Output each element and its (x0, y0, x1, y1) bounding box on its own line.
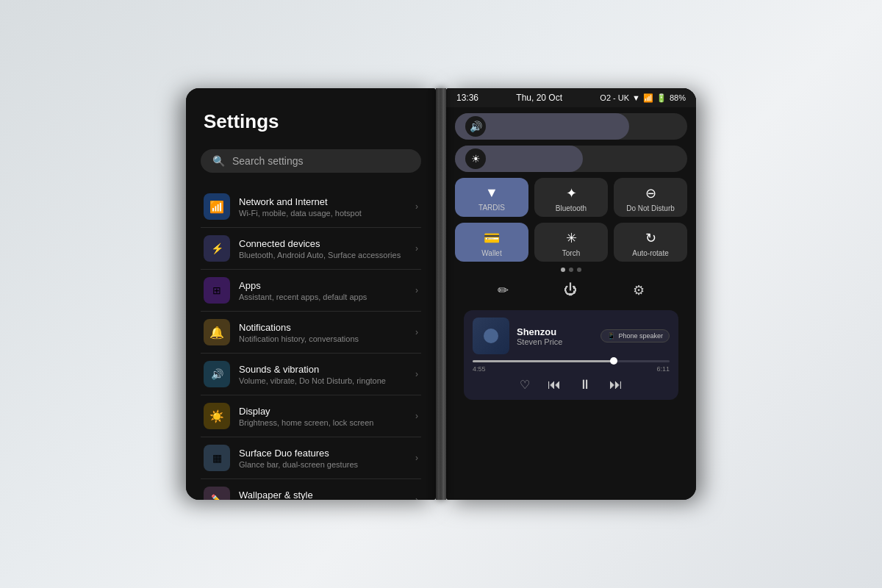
chevron-right-icon: › (415, 285, 418, 295)
sounds-subtitle: Volume, vibrate, Do Not Disturb, rington… (239, 376, 415, 385)
torch-tile[interactable]: ✳ Torch (534, 223, 608, 262)
sounds-title: Sounds & vibration (239, 364, 415, 375)
volume-icon: 🔊 (465, 116, 486, 137)
settings-title: Settings (201, 110, 421, 133)
settings-item-notifications[interactable]: 🔔 Notifications Notification history, co… (201, 312, 421, 354)
speaker-badge[interactable]: 📱 Phone speaker (600, 329, 670, 343)
search-bar[interactable]: 🔍 Search settings (201, 149, 421, 173)
search-input[interactable]: Search settings (232, 155, 304, 167)
apps-subtitle: Assistant, recent apps, default apps (239, 293, 415, 301)
wallet-tile-icon: 💳 (484, 230, 500, 246)
left-screen: Settings 🔍 Search settings 📶 Network and… (186, 88, 436, 500)
surface-title: Surface Duo features (239, 448, 415, 459)
wifi-tile[interactable]: ▼ TARDIS (455, 178, 528, 217)
dot-2 (569, 268, 573, 272)
device-hinge (436, 88, 446, 500)
surface-subtitle: Glance bar, dual-screen gestures (239, 460, 415, 469)
speaker-icon: 📱 (607, 332, 615, 340)
status-bar: 13:36 Thu, 20 Oct O2 - UK ▼ 📶 🔋 88% (446, 88, 696, 107)
notifications-content: Notifications Notification history, conv… (239, 322, 415, 343)
status-time: 13:36 (456, 93, 478, 103)
progress-times: 4:55 6:11 (473, 365, 670, 373)
current-time: 4:55 (473, 365, 486, 373)
tiles-row-1: ▼ TARDIS ✦ Bluetooth ⊖ Do Not Disturb (455, 178, 687, 217)
music-controls: ♡ ⏮ ⏸ ⏭ (473, 377, 670, 392)
surface-content: Surface Duo features Glance bar, dual-sc… (239, 448, 415, 469)
wallpaper-icon: ✏️ (204, 487, 230, 500)
music-artist: Steven Price (517, 337, 593, 346)
volume-slider[interactable]: 🔊 (455, 113, 687, 140)
chevron-right-icon: › (415, 201, 418, 212)
dnd-tile[interactable]: ⊖ Do Not Disturb (614, 178, 687, 217)
settings-item-apps[interactable]: ⊞ Apps Assistant, recent apps, default a… (201, 270, 421, 312)
bluetooth-tile[interactable]: ✦ Bluetooth (534, 178, 608, 217)
wifi-tile-icon: ▼ (485, 185, 498, 201)
progress-fill (473, 360, 614, 362)
chevron-right-icon: › (415, 411, 418, 421)
settings-item-sounds[interactable]: 🔊 Sounds & vibration Volume, vibrate, Do… (201, 354, 421, 395)
power-icon[interactable]: ⏻ (564, 282, 577, 298)
dnd-tile-icon: ⊖ (645, 185, 656, 201)
music-header: Shenzou Steven Price 📱 Phone speaker (473, 318, 670, 354)
previous-button[interactable]: ⏮ (548, 377, 561, 392)
dual-screen-device: Settings 🔍 Search settings 📶 Network and… (186, 88, 696, 500)
display-icon: ☀️ (204, 403, 230, 429)
connected-icon: ⚡ (204, 235, 230, 262)
edit-icon[interactable]: ✏ (498, 282, 509, 298)
chevron-right-icon: › (415, 369, 418, 379)
brightness-icon: ☀ (465, 148, 486, 169)
sounds-icon: 🔊 (204, 361, 230, 387)
display-subtitle: Brightness, home screen, lock screen (239, 418, 415, 427)
right-screen: 13:36 Thu, 20 Oct O2 - UK ▼ 📶 🔋 88% 🔊 (446, 88, 696, 500)
surface-icon: ▦ (204, 445, 230, 471)
bluetooth-tile-label: Bluetooth (556, 204, 587, 212)
carrier-label: O2 - UK (600, 93, 629, 102)
apps-icon: ⊞ (204, 277, 230, 304)
settings-item-wallpaper[interactable]: ✏️ Wallpaper & style Surface wallpapers,… (201, 479, 421, 500)
speaker-label: Phone speaker (618, 332, 663, 340)
battery-percent: 88% (670, 93, 686, 102)
battery-icon: 🔋 (656, 93, 667, 103)
page-dots (455, 268, 687, 272)
music-title: Shenzou (517, 326, 593, 337)
display-content: Display Brightness, home screen, lock sc… (239, 406, 415, 427)
settings-item-display[interactable]: ☀️ Display Brightness, home screen, lock… (201, 395, 421, 437)
music-player: Shenzou Steven Price 📱 Phone speaker (464, 310, 678, 400)
play-pause-button[interactable]: ⏸ (578, 377, 592, 392)
apps-title: Apps (239, 280, 415, 291)
dot-1 (561, 268, 565, 272)
music-info: Shenzou Steven Price (517, 326, 593, 346)
wifi-icon: 📶 (643, 93, 653, 103)
network-icon: 📶 (204, 193, 230, 220)
display-title: Display (239, 406, 415, 417)
notifications-icon: 🔔 (204, 319, 230, 345)
search-icon: 🔍 (212, 155, 225, 167)
autorotate-tile[interactable]: ↻ Auto-rotate (614, 223, 687, 262)
next-button[interactable]: ⏭ (609, 377, 623, 392)
settings-item-network[interactable]: 📶 Network and Internet Wi-Fi, mobile, da… (201, 186, 421, 228)
status-indicators: O2 - UK ▼ 📶 🔋 88% (600, 93, 686, 103)
settings-item-surface[interactable]: ▦ Surface Duo features Glance bar, dual-… (201, 437, 421, 479)
dot-3 (577, 268, 581, 272)
total-time: 6:11 (656, 365, 670, 373)
torch-tile-icon: ✳ (566, 230, 577, 246)
settings-list: 📶 Network and Internet Wi-Fi, mobile, da… (201, 186, 421, 500)
connected-subtitle: Bluetooth, Android Auto, Surface accesso… (239, 251, 415, 259)
album-art (473, 318, 509, 354)
brightness-slider[interactable]: ☀ (455, 146, 687, 172)
settings-item-connected[interactable]: ⚡ Connected devices Bluetooth, Android A… (201, 228, 421, 270)
wallpaper-title: Wallpaper & style (239, 490, 415, 501)
network-title: Network and Internet (239, 196, 415, 207)
network-subtitle: Wi-Fi, mobile, data usage, hotspot (239, 209, 415, 218)
progress-bar[interactable] (473, 360, 670, 362)
bluetooth-tile-icon: ✦ (566, 185, 577, 201)
torch-tile-label: Torch (562, 249, 580, 257)
chevron-right-icon: › (415, 453, 418, 463)
apps-content: Apps Assistant, recent apps, default app… (239, 280, 415, 301)
wallet-tile[interactable]: 💳 Wallet (455, 223, 528, 262)
autorotate-tile-icon: ↻ (645, 230, 656, 246)
settings-gear-icon[interactable]: ⚙ (633, 282, 645, 298)
connected-content: Connected devices Bluetooth, Android Aut… (239, 238, 415, 259)
like-button[interactable]: ♡ (520, 378, 530, 392)
notifications-subtitle: Notification history, conversations (239, 334, 415, 343)
